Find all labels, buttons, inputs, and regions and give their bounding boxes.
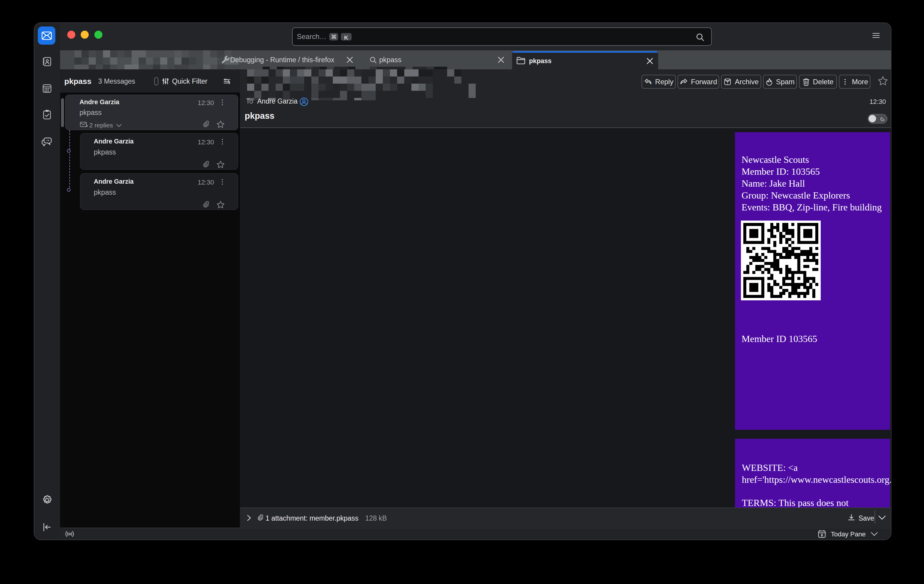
svg-text:8: 8 (821, 533, 823, 537)
